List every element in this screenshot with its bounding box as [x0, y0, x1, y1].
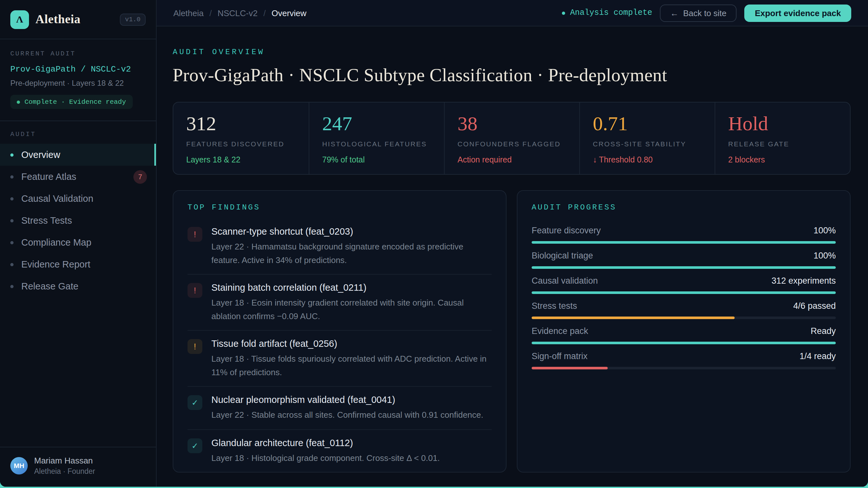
app-window: Λ Aletheia v1.0 CURRENT AUDIT Prov-GigaP…: [0, 0, 868, 487]
status-dot-icon: [17, 100, 20, 103]
sidebar-item-overview[interactable]: Overview: [0, 144, 156, 166]
progress-label: Evidence pack: [532, 326, 588, 336]
arrow-left-icon: ←: [670, 8, 679, 18]
progress-row-sign-off-matrix: Sign-off matrix 1/4 ready: [532, 351, 836, 369]
sidebar-item-stress-tests[interactable]: Stress Tests: [0, 210, 156, 232]
sidebar-header: Λ Aletheia v1.0: [0, 0, 156, 39]
audit-status-text: Complete · Evidence ready: [25, 98, 126, 106]
finding-item: ! Tissue fold artifact (feat_0256) Layer…: [188, 330, 492, 386]
topbar: Aletheia / NSCLC-v2 / Overview Analysis …: [157, 0, 868, 26]
user-profile[interactable]: MH Mariam Hassan Aletheia · Founder: [0, 447, 156, 487]
sidebar-item-label: Release Gate: [21, 281, 78, 292]
export-evidence-pack-button[interactable]: Export evidence pack: [745, 4, 851, 22]
sidebar-item-compliance-map[interactable]: Compliance Map: [0, 232, 156, 253]
sidebar-spacer: [0, 297, 156, 447]
back-to-site-button[interactable]: ← Back to site: [660, 4, 737, 22]
finding-description: Layer 18 · Histological grade component.…: [211, 452, 440, 465]
stat-sub: ↓ Threshold 0.80: [593, 155, 702, 164]
sidebar-item-causal-validation[interactable]: Causal Validation: [0, 188, 156, 210]
progress-row-causal-validation: Causal validation 312 experiments: [532, 276, 836, 294]
stat-confounders-flagged: 38 CONFOUNDERS FLAGGED Action required: [444, 102, 579, 174]
user-role: Aletheia · Founder: [34, 467, 95, 475]
current-audit-section: CURRENT AUDIT Prov-GigaPath / NSCLC-v2 P…: [0, 39, 156, 121]
avatar-initials: MH: [14, 462, 25, 469]
finding-item: ✓ Nuclear pleomorphism validated (feat_0…: [188, 387, 492, 429]
analysis-status-text: Analysis complete: [570, 8, 652, 18]
progress-track: [532, 342, 836, 344]
sidebar: Λ Aletheia v1.0 CURRENT AUDIT Prov-GigaP…: [0, 0, 157, 487]
stat-sub: Action required: [458, 155, 566, 164]
progress-fill: [532, 367, 608, 369]
audit-progress-card: AUDIT PROGRESS Feature discovery 100%: [517, 190, 850, 472]
current-audit-label: CURRENT AUDIT: [10, 50, 146, 57]
stat-sub: 2 blockers: [728, 155, 837, 164]
top-findings-card: TOP FINDINGS ! Scanner-type shortcut (fe…: [173, 190, 506, 472]
alert-icon: !: [188, 227, 202, 242]
bullet-icon: [10, 153, 13, 156]
stat-histological-features: 247 HISTOLOGICAL FEATURES 79% of total: [309, 102, 444, 174]
stat-label: HISTOLOGICAL FEATURES: [322, 140, 431, 148]
finding-title: Staining batch correlation (feat_0211): [211, 282, 492, 293]
page-kicker: AUDIT OVERVIEW: [173, 48, 850, 57]
sidebar-item-release-gate[interactable]: Release Gate: [0, 275, 156, 297]
progress-value: 4/6 passed: [793, 301, 836, 311]
finding-item: ! Staining batch correlation (feat_0211)…: [188, 274, 492, 330]
progress-fill: [532, 316, 735, 319]
finding-title: Glandular architecture (feat_0112): [211, 438, 440, 448]
check-icon: ✓: [188, 438, 202, 453]
progress-label: Feature discovery: [532, 225, 601, 235]
progress-list: Feature discovery 100% Biological triage: [532, 225, 836, 369]
audit-progress-heading: AUDIT PROGRESS: [532, 203, 836, 212]
progress-fill: [532, 292, 836, 294]
progress-track: [532, 266, 836, 269]
user-meta: Mariam Hassan Aletheia · Founder: [34, 456, 95, 475]
sidebar-item-label: Feature Atlas: [21, 172, 76, 182]
feature-atlas-count-badge: 7: [133, 170, 147, 183]
user-name: Mariam Hassan: [34, 456, 95, 465]
breadcrumb-aletheia[interactable]: Aletheia: [173, 8, 204, 18]
sidebar-item-feature-atlas[interactable]: Feature Atlas 7: [0, 166, 156, 188]
lambda-glyph: Λ: [16, 14, 23, 25]
findings-list: ! Scanner-type shortcut (feat_0203) Laye…: [188, 218, 492, 472]
stat-label: FEATURES DISCOVERED: [186, 140, 296, 148]
finding-body: Tissue fold artifact (feat_0256) Layer 1…: [211, 338, 492, 379]
progress-track: [532, 367, 836, 369]
check-icon: ✓: [188, 396, 202, 410]
bullet-icon: [10, 263, 13, 266]
stat-value: Hold: [728, 113, 837, 135]
stat-label: CONFOUNDERS FLAGGED: [458, 140, 566, 148]
breadcrumb-nsclc-v2[interactable]: NSCLC-v2: [217, 8, 257, 18]
progress-track: [532, 241, 836, 244]
stats-strip: 312 FEATURES DISCOVERED Layers 18 & 22 2…: [173, 102, 850, 175]
main-content: AUDIT OVERVIEW Prov-GigaPath · NSCLC Sub…: [157, 26, 868, 487]
progress-value: 1/4 ready: [799, 351, 836, 361]
avatar: MH: [10, 457, 28, 474]
finding-body: Staining batch correlation (feat_0211) L…: [211, 282, 492, 323]
sidebar-item-label: Compliance Map: [21, 237, 92, 248]
bullet-icon: [10, 175, 13, 178]
progress-row-evidence-pack: Evidence pack Ready: [532, 326, 836, 344]
finding-description: Layer 22 · Stable across all sites. Conf…: [211, 409, 483, 422]
content-column: Aletheia / NSCLC-v2 / Overview Analysis …: [157, 0, 868, 487]
bullet-icon: [10, 241, 13, 244]
progress-value: Ready: [811, 326, 836, 336]
progress-fill: [532, 266, 836, 269]
breadcrumb-separator: /: [210, 8, 212, 18]
sidebar-item-label: Causal Validation: [21, 193, 93, 204]
stat-cross-site-stability: 0.71 CROSS-SITE STABILITY ↓ Threshold 0.…: [579, 102, 715, 174]
stat-label: RELEASE GATE: [728, 140, 837, 148]
progress-row-biological-triage: Biological triage 100%: [532, 251, 836, 269]
finding-title: Scanner-type shortcut (feat_0203): [211, 226, 492, 237]
back-to-site-label: Back to site: [683, 8, 726, 18]
stat-value: 38: [458, 113, 566, 135]
finding-description: Layer 22 · Hamamatsu background signatur…: [211, 240, 492, 267]
sidebar-item-evidence-report[interactable]: Evidence Report: [0, 253, 156, 275]
progress-track: [532, 316, 836, 319]
progress-fill: [532, 241, 836, 244]
finding-body: Scanner-type shortcut (feat_0203) Layer …: [211, 226, 492, 267]
aletheia-logo-icon: Λ: [10, 10, 29, 29]
finding-body: Nuclear pleomorphism validated (feat_004…: [211, 395, 483, 422]
status-dot-icon: [562, 11, 565, 14]
stat-features-discovered: 312 FEATURES DISCOVERED Layers 18 & 22: [173, 102, 309, 174]
sidebar-item-label: Overview: [21, 150, 60, 160]
